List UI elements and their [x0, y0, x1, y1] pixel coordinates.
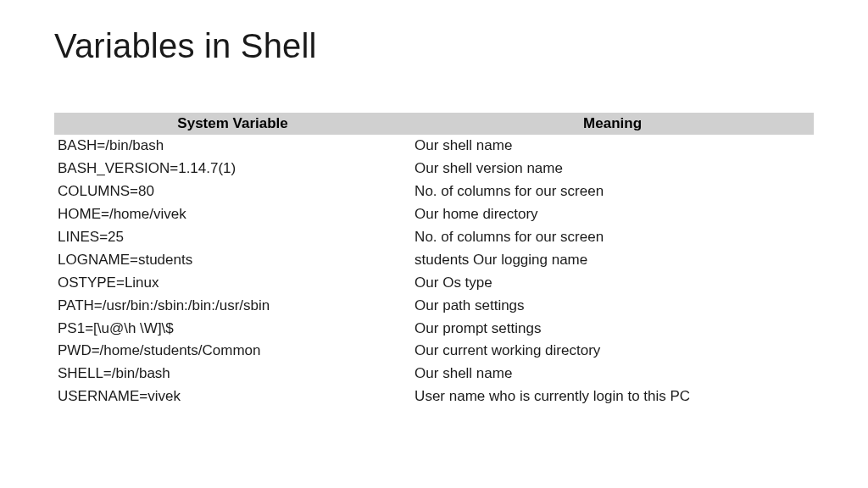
cell-var: PATH=/usr/bin:/sbin:/bin:/usr/sbin [54, 295, 411, 318]
cell-meaning: No. of columns for our screen [411, 180, 814, 203]
cell-var: LINES=25 [54, 226, 411, 249]
table-row: HOME=/home/vivekOur home directory [54, 203, 814, 226]
cell-var: USERNAME=vivek [54, 385, 411, 408]
cell-var: BASH=/bin/bash [54, 135, 411, 158]
table-row: OSTYPE=LinuxOur Os type [54, 272, 814, 295]
cell-meaning: Our shell name [411, 363, 814, 385]
cell-var: COLUMNS=80 [54, 180, 411, 203]
table-row: COLUMNS=80No. of columns for our screen [54, 180, 814, 203]
cell-var: PS1=[\u@\h \W]\$ [54, 318, 411, 341]
cell-meaning: students Our logging name [411, 249, 814, 272]
slide-title: Variables in Shell [54, 27, 814, 65]
table-row: BASH_VERSION=1.14.7(1)Our shell version … [54, 158, 814, 180]
table-row: SHELL=/bin/bashOur shell name [54, 363, 814, 385]
variables-table: System Variable Meaning BASH=/bin/bashOu… [54, 113, 814, 408]
cell-meaning: User name who is currently login to this… [411, 385, 814, 408]
table-row: PWD=/home/students/CommonOur current wor… [54, 340, 814, 363]
cell-var: HOME=/home/vivek [54, 203, 411, 226]
cell-var: SHELL=/bin/bash [54, 363, 411, 385]
cell-var: LOGNAME=students [54, 249, 411, 272]
header-meaning: Meaning [411, 113, 814, 135]
table-row: BASH=/bin/bashOur shell name [54, 135, 814, 158]
cell-meaning: Our shell name [411, 135, 814, 158]
table-row: USERNAME=vivekUser name who is currently… [54, 385, 814, 408]
cell-meaning: Our prompt settings [411, 318, 814, 341]
cell-meaning: No. of columns for our screen [411, 226, 814, 249]
cell-meaning: Our home directory [411, 203, 814, 226]
table-row: PS1=[\u@\h \W]\$Our prompt settings [54, 318, 814, 341]
cell-meaning: Our current working directory [411, 340, 814, 363]
table-row: LINES=25No. of columns for our screen [54, 226, 814, 249]
cell-var: PWD=/home/students/Common [54, 340, 411, 363]
table-body: BASH=/bin/bashOur shell name BASH_VERSIO… [54, 135, 814, 408]
cell-var: BASH_VERSION=1.14.7(1) [54, 158, 411, 180]
table-row: PATH=/usr/bin:/sbin:/bin:/usr/sbinOur pa… [54, 295, 814, 318]
cell-meaning: Our shell version name [411, 158, 814, 180]
cell-var: OSTYPE=Linux [54, 272, 411, 295]
cell-meaning: Our Os type [411, 272, 814, 295]
table-row: LOGNAME=studentsstudents Our logging nam… [54, 249, 814, 272]
cell-meaning: Our path settings [411, 295, 814, 318]
header-system-variable: System Variable [54, 113, 411, 135]
